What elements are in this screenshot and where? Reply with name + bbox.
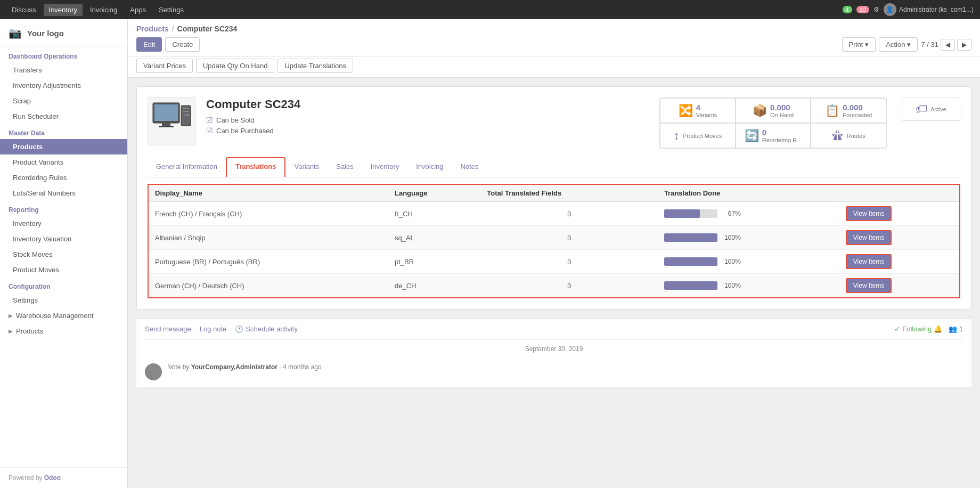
top-navigation: Discuss Inventory Invoicing Apps Setting… (0, 0, 980, 19)
active-icon: 🏷 (916, 102, 927, 116)
checkbox-sold-icon: ☑ (206, 116, 213, 124)
sidebar-item-stock-moves[interactable]: Stock Moves (0, 247, 127, 262)
sidebar-item-warehouse-management[interactable]: ▶ Warehouse Management (0, 308, 127, 323)
cell-display-name: Albanian / Shqip (148, 226, 388, 250)
stat-variants[interactable]: 🔀 4 Variants (660, 98, 736, 123)
product-info: Computer SC234 ☑ Can be Sold ☑ Can be Pu… (206, 97, 649, 135)
sidebar-item-inventory[interactable]: Inventory (0, 216, 127, 231)
reordering-count: 0 (762, 128, 802, 137)
following-status[interactable]: ✓ Following 🔔 (894, 325, 942, 333)
bell-icon: 🔔 (934, 325, 942, 333)
sidebar-item-inventory-adjustments[interactable]: Inventory Adjustments (0, 78, 127, 93)
user-info[interactable]: 👤 Administrator (ks_com1...) (884, 3, 974, 16)
prev-button[interactable]: ◀ (941, 39, 955, 51)
progress-fill (664, 281, 717, 290)
update-translations-button[interactable]: Update Translations (277, 59, 353, 73)
sidebar-item-settings[interactable]: Settings (0, 292, 127, 308)
sidebar-item-scrap[interactable]: Scrap (0, 93, 127, 109)
create-button[interactable]: Create (165, 37, 200, 52)
badge-orange[interactable]: 10 (856, 6, 869, 13)
variant-prices-button[interactable]: Variant Prices (136, 59, 193, 73)
sidebar: 📷 Your logo Dashboard Operations Transfe… (0, 19, 128, 488)
dropdown-arrow-action: ▾ (907, 40, 911, 48)
chatter-date: September 30, 2019 (145, 340, 963, 358)
send-message-button[interactable]: Send message (145, 325, 191, 333)
sidebar-footer: Powered by Odoo (0, 467, 127, 488)
nav-discuss[interactable]: Discuss (6, 4, 42, 16)
smart-buttons-row: Variant Prices Update Qty On Hand Update… (128, 56, 980, 78)
check-sold: ☑ Can be Sold (206, 116, 649, 124)
svg-point-8 (186, 114, 189, 116)
tab-inventory[interactable]: Inventory (362, 157, 407, 177)
next-button[interactable]: ▶ (957, 39, 971, 51)
print-button[interactable]: Print ▾ (842, 37, 876, 52)
cell-display-name: German (CH) / Deutsch (CH) (148, 274, 388, 298)
svg-rect-6 (183, 111, 189, 112)
chatter-actions: Send message Log note 🕐 Schedule activit… (145, 325, 963, 340)
tab-translations[interactable]: Translations (226, 157, 286, 177)
settings-icon[interactable]: ⚙ (873, 6, 879, 13)
nav-settings[interactable]: Settings (153, 4, 189, 16)
tab-sales[interactable]: Sales (328, 157, 362, 177)
stat-reordering[interactable]: 🔄 0 Reordering R... (736, 123, 811, 148)
sidebar-item-product-moves[interactable]: Product Moves (0, 262, 127, 278)
product-card: Computer SC234 ☑ Can be Sold ☑ Can be Pu… (136, 86, 971, 310)
progress-fill (664, 257, 717, 266)
variants-icon: 🔀 (679, 104, 693, 118)
action-button[interactable]: Action ▾ (879, 37, 918, 52)
check-icon: ✓ (894, 325, 900, 333)
product-stats: 🔀 4 Variants 📦 0.000 On Hand (659, 97, 887, 149)
table-row: French (CH) / Français (CH)fr_CH3 67% Vi… (148, 202, 960, 226)
nav-apps[interactable]: Apps (125, 4, 151, 16)
breadcrumb-products[interactable]: Products (136, 25, 169, 33)
svg-rect-5 (183, 108, 189, 109)
product-checks: ☑ Can be Sold ☑ Can be Purchased (206, 116, 649, 135)
sidebar-item-products[interactable]: Products (0, 139, 127, 154)
svg-rect-3 (159, 126, 174, 127)
sidebar-item-products-expandable[interactable]: ▶ Products (0, 323, 127, 339)
product-image (148, 97, 195, 145)
log-note-button[interactable]: Log note (200, 325, 227, 333)
nav-inventory[interactable]: Inventory (44, 4, 83, 16)
progress-bar-wrapper: 100% (664, 257, 833, 266)
reordering-icon: 🔄 (745, 129, 759, 143)
badge-green[interactable]: 4 (843, 6, 852, 13)
sidebar-item-transfers[interactable]: Transfers (0, 62, 127, 78)
sidebar-item-product-variants[interactable]: Product Variants (0, 154, 127, 170)
cell-language: de_CH (388, 274, 480, 298)
tab-notes[interactable]: Notes (452, 157, 487, 177)
edit-button[interactable]: Edit (136, 37, 162, 52)
view-items-button[interactable]: View Items (846, 206, 892, 221)
tab-variants[interactable]: Variants (285, 157, 328, 177)
stat-active[interactable]: 🏷 Active (902, 97, 960, 121)
tab-general-info[interactable]: General Information (148, 157, 226, 177)
sidebar-item-run-scheduler[interactable]: Run Scheduler (0, 109, 127, 124)
stat-forecasted[interactable]: 📋 0.000 Forecasted (811, 98, 886, 123)
schedule-activity-button[interactable]: 🕐 Schedule activity (235, 325, 298, 333)
followers-count[interactable]: 👥 1 (949, 325, 963, 333)
view-items-button[interactable]: View Items (846, 278, 892, 293)
stat-routes[interactable]: 🛣 Routes (811, 123, 886, 148)
cell-action: View Items (839, 274, 960, 298)
update-qty-button[interactable]: Update Qty On Hand (196, 59, 274, 73)
view-items-button[interactable]: View Items (846, 254, 892, 269)
dropdown-arrow-print: ▾ (865, 40, 869, 48)
avatar: 👤 (884, 3, 896, 16)
stat-on-hand[interactable]: 📦 0.000 On Hand (736, 98, 811, 123)
cell-total: 3 (480, 202, 658, 226)
sidebar-item-reordering-rules[interactable]: Reordering Rules (0, 170, 127, 185)
tab-invoicing[interactable]: Invoicing (407, 157, 452, 177)
sidebar-item-inventory-valuation[interactable]: Inventory Valuation (0, 231, 127, 247)
progress-bar-wrapper: 100% (664, 281, 833, 290)
note-content: Note by YourCompany,Administrator · 4 mo… (167, 363, 322, 371)
camera-icon: 📷 (9, 27, 22, 39)
cell-progress: 100% (658, 274, 839, 298)
progress-percent: 100% (722, 258, 741, 265)
progress-percent: 67% (722, 210, 741, 217)
nav-invoicing[interactable]: Invoicing (85, 4, 123, 16)
progress-bar (664, 209, 717, 218)
sidebar-item-lots-serial[interactable]: Lots/Serial Numbers (0, 185, 127, 201)
stat-product-moves[interactable]: ↕ Product Moves (660, 123, 736, 148)
view-items-button[interactable]: View Items (846, 230, 892, 245)
cell-display-name: Portuguese (BR) / Português (BR) (148, 250, 388, 274)
